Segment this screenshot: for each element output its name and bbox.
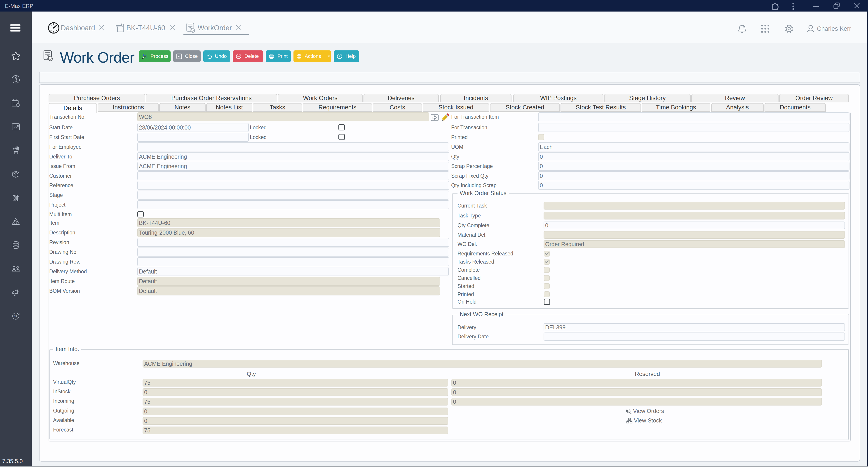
svg-text:?: ? (339, 55, 340, 58)
svg-text:24: 24 (14, 315, 17, 318)
